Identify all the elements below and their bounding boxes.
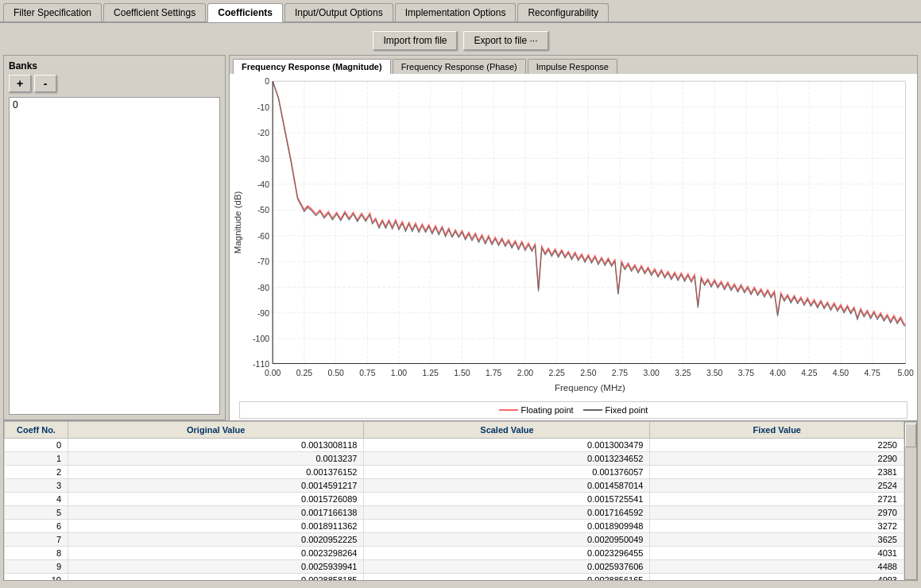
cell-scaled-value: 0.0013234652 xyxy=(364,452,650,466)
tab-impulse-response[interactable]: Impulse Response xyxy=(528,59,617,74)
remove-bank-button[interactable]: - xyxy=(34,75,56,92)
svg-text:4.75: 4.75 xyxy=(865,369,881,377)
table-scroll-area[interactable]: Coeff No. Original Value Scaled Value Fi… xyxy=(4,421,904,580)
svg-text:0.75: 0.75 xyxy=(359,369,376,377)
cell-original-value: 0.0020952225 xyxy=(68,533,364,547)
banks-buttons: + - xyxy=(9,75,220,92)
cell-fixed-value: 2970 xyxy=(650,506,904,520)
col-header-fixed-value: Fixed Value xyxy=(650,422,904,439)
cell-fixed-value: 2721 xyxy=(650,493,904,506)
cell-scaled-value: 0.0015725541 xyxy=(364,493,650,506)
svg-text:-80: -80 xyxy=(257,284,269,292)
cell-fixed-value: 2250 xyxy=(650,439,904,452)
cell-original-value: 0.0013237 xyxy=(68,452,364,466)
chart-svg-container: 0 -10 -20 -30 -40 -50 -60 -70 -80 -90 -1… xyxy=(230,74,917,425)
scrollbar-thumb[interactable] xyxy=(905,424,916,447)
svg-text:-10: -10 xyxy=(257,103,269,112)
table-wrapper: Coeff No. Original Value Scaled Value Fi… xyxy=(4,421,917,580)
chart-legend: Floating point Fixed point xyxy=(239,401,907,419)
svg-text:1.50: 1.50 xyxy=(454,369,470,377)
scrollbar[interactable] xyxy=(904,421,917,580)
cell-coeff-no: 4 xyxy=(5,493,68,506)
svg-text:4.50: 4.50 xyxy=(833,369,849,377)
svg-text:2.00: 2.00 xyxy=(517,369,534,377)
cell-coeff-no: 6 xyxy=(5,520,68,533)
tab-coefficient-settings[interactable]: Coefficient Settings xyxy=(103,3,206,21)
data-table-container: Coeff No. Original Value Scaled Value Fi… xyxy=(3,420,918,581)
table-row: 8 0.0023298264 0.0023296455 4031 xyxy=(5,547,904,560)
cell-original-value: 0.0013008118 xyxy=(68,439,364,452)
svg-text:1.00: 1.00 xyxy=(391,369,408,377)
table-row: 3 0.0014591217 0.0014587014 2524 xyxy=(5,479,904,493)
banks-label: Banks xyxy=(9,60,220,72)
table-row: 0 0.0013008118 0.0013003479 2250 xyxy=(5,439,904,452)
col-header-scaled-value: Scaled Value xyxy=(364,422,650,439)
cell-fixed-value: 2290 xyxy=(650,452,904,466)
svg-text:3.75: 3.75 xyxy=(738,369,755,377)
svg-text:3.25: 3.25 xyxy=(675,369,691,377)
add-bank-button[interactable]: + xyxy=(9,75,31,92)
cell-scaled-value: 0.0020950049 xyxy=(364,533,650,547)
tab-input-output-options[interactable]: Input/Output Options xyxy=(284,3,393,21)
cell-coeff-no: 8 xyxy=(5,547,68,560)
tab-implementation-options[interactable]: Implementation Options xyxy=(395,3,517,21)
chart-area: Frequency Response (Magnitude) Frequency… xyxy=(229,55,918,420)
svg-text:3.50: 3.50 xyxy=(706,369,723,377)
toolbar: Import from file Export to file ··· xyxy=(3,26,918,55)
svg-text:2.75: 2.75 xyxy=(612,369,629,377)
frequency-chart: 0 -10 -20 -30 -40 -50 -60 -70 -80 -90 -1… xyxy=(233,77,914,401)
svg-text:2.25: 2.25 xyxy=(548,369,565,377)
bank-item-0[interactable]: 0 xyxy=(13,99,216,110)
cell-scaled-value: 0.001376057 xyxy=(364,466,650,479)
top-tab-bar: Filter Specification Coefficient Setting… xyxy=(0,0,921,23)
cell-fixed-value: 3625 xyxy=(650,533,904,547)
export-button[interactable]: Export to file ··· xyxy=(463,31,548,50)
svg-text:4.00: 4.00 xyxy=(769,369,786,377)
coefficients-table: Coeff No. Original Value Scaled Value Fi… xyxy=(4,421,904,580)
cell-original-value: 0.0018911362 xyxy=(68,520,364,533)
table-row: 5 0.0017166138 0.0017164592 2970 xyxy=(5,506,904,520)
svg-text:0.25: 0.25 xyxy=(296,369,313,377)
legend-floating-point: Floating point xyxy=(499,405,574,415)
svg-text:2.50: 2.50 xyxy=(580,369,597,377)
svg-text:-40: -40 xyxy=(257,180,269,189)
svg-text:-60: -60 xyxy=(257,232,269,241)
cell-coeff-no: 2 xyxy=(5,466,68,479)
import-button[interactable]: Import from file xyxy=(373,31,457,50)
middle-section: Banks + - 0 Frequency Response (Magnitud… xyxy=(3,55,918,420)
cell-scaled-value: 0.0014587014 xyxy=(364,479,650,493)
tab-filter-specification[interactable]: Filter Specification xyxy=(3,3,102,21)
cell-scaled-value: 0.0017164592 xyxy=(364,506,650,520)
table-row: 2 0.001376152 0.001376057 2381 xyxy=(5,466,904,479)
banks-list[interactable]: 0 xyxy=(9,97,220,415)
cell-coeff-no: 10 xyxy=(5,574,68,581)
cell-fixed-value: 2381 xyxy=(650,466,904,479)
svg-text:1.25: 1.25 xyxy=(423,369,439,377)
tab-frequency-phase[interactable]: Frequency Response (Phase) xyxy=(393,59,526,74)
tab-reconfigurability[interactable]: Reconfigurability xyxy=(517,3,609,21)
cell-fixed-value: 4488 xyxy=(650,560,904,574)
svg-text:-50: -50 xyxy=(257,206,269,215)
cell-scaled-value: 0.0018909948 xyxy=(364,520,650,533)
tab-coefficients[interactable]: Coefficients xyxy=(207,3,283,22)
main-content: Import from file Export to file ··· Bank… xyxy=(0,23,921,584)
cell-fixed-value: 4031 xyxy=(650,547,904,560)
svg-text:0.00: 0.00 xyxy=(265,369,281,377)
floating-point-line xyxy=(499,409,518,411)
tab-frequency-magnitude[interactable]: Frequency Response (Magnitude) xyxy=(233,59,391,74)
table-row: 10 0.0028858185 0.0028856165 4993 xyxy=(5,574,904,581)
cell-coeff-no: 0 xyxy=(5,439,68,452)
svg-text:-30: -30 xyxy=(257,155,269,164)
table-row: 9 0.0025939941 0.0025937606 4488 xyxy=(5,560,904,574)
svg-text:4.25: 4.25 xyxy=(801,369,818,377)
svg-text:Magnitude (dB): Magnitude (dB) xyxy=(233,191,242,253)
fixed-point-label: Fixed point xyxy=(606,405,648,415)
table-row: 1 0.0013237 0.0013234652 2290 xyxy=(5,452,904,466)
cell-coeff-no: 9 xyxy=(5,560,68,574)
cell-coeff-no: 5 xyxy=(5,506,68,520)
cell-original-value: 0.0023298264 xyxy=(68,547,364,560)
cell-original-value: 0.0017166138 xyxy=(68,506,364,520)
banks-panel: Banks + - 0 xyxy=(3,55,226,420)
svg-text:-20: -20 xyxy=(257,129,269,137)
svg-text:-70: -70 xyxy=(257,257,269,266)
